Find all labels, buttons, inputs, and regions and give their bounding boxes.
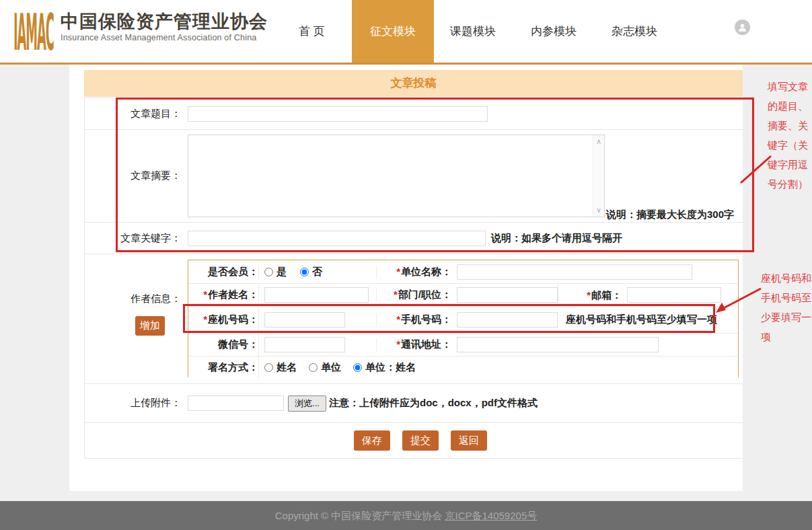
person-icon (737, 22, 747, 32)
mobile-label: *手机号码： (376, 313, 451, 326)
nav-item-magazine-module[interactable]: 杂志模块 (607, 0, 662, 63)
signature-name-radio[interactable] (264, 363, 273, 372)
keywords-note: 说明：如果多个请用逗号隔开 (491, 232, 622, 245)
textarea-scrollbar[interactable]: ∧ ∨ (593, 135, 604, 217)
org-label: *单位名称： (376, 266, 451, 278)
tel-label: *座机号码： (188, 313, 258, 326)
keywords-label: 文章关键字： (85, 232, 181, 245)
address-input[interactable] (457, 337, 659, 352)
scroll-down-icon[interactable]: ∨ (596, 206, 601, 215)
wechat-address-row: 微信号： *通讯地址： (188, 334, 738, 356)
site-logo: IAMAC 中国保险资产管理业协会 Insurance Asset Manage… (13, 7, 268, 54)
phone-note: 座机号码和手机号码至少填写一项 (566, 313, 717, 326)
abstract-textarea-wrap: ∧ ∨ (188, 135, 605, 217)
member-yes-option[interactable]: 是 (264, 266, 287, 278)
dept-input[interactable] (457, 287, 558, 303)
email-label: *邮箱： (558, 284, 622, 306)
keywords-row: 文章关键字： 说明：如果多个请用逗号隔开 (85, 223, 743, 254)
member-radio-group: 是 否 (258, 266, 376, 278)
author-info-row: 作者信息： 增加 是否会员： 是 否 (85, 254, 743, 384)
article-title-input[interactable] (188, 106, 488, 122)
content-panel: 文章投稿 文章题目： 文章摘要： ∧ ∨ (69, 65, 743, 491)
user-avatar-icon[interactable] (735, 20, 750, 35)
address-label: *通讯地址： (376, 338, 451, 351)
annotation-note-phone: 座机号码和手机号码至少要填写一项 (761, 268, 812, 346)
upload-row: 上传附件： 浏览... 注意：上传附件应为doc，docx，pdf文件格式 (85, 384, 743, 423)
abstract-textarea[interactable] (188, 135, 593, 217)
nav-item-home[interactable]: 首 页 (293, 0, 330, 63)
annotation-note-article-fields: 填写文章的题目、摘要、关键字（关键字用逗号分割） (768, 77, 811, 194)
author-info-label: 作者信息： (131, 293, 181, 305)
main-area: 文章投稿 文章题目： 文章摘要： ∧ ∨ (0, 65, 812, 501)
signature-org-name-option[interactable]: 单位：姓名 (353, 361, 416, 374)
actions-row: 保存 提交 返回 (85, 423, 743, 459)
abstract-label: 文章摘要： (85, 169, 181, 182)
save-button[interactable]: 保存 (354, 430, 390, 451)
author-name-input[interactable] (264, 287, 369, 303)
name-dept-email-row: *作者姓名： *部门/职位： *邮箱： (188, 284, 738, 307)
browse-button[interactable]: 浏览... (288, 395, 326, 412)
footer: Copyright © 中国保险资产管理业协会 京ICP备14059205号 (0, 501, 812, 530)
logo-monogram-icon: IAMAC (13, 7, 51, 54)
upload-note: 注意：上传附件应为doc，docx，pdf文件格式 (329, 397, 538, 410)
signature-org-name-radio[interactable] (353, 363, 362, 372)
dept-label: *部门/职位： (376, 289, 451, 301)
submission-form: 文章题目： 文章摘要： ∧ ∨ 说明：摘要最大长度为300字 (84, 98, 743, 459)
member-no-option[interactable]: 否 (300, 266, 322, 278)
page-title: 文章投稿 (84, 70, 743, 97)
abstract-note: 说明：摘要最大长度为300字 (606, 209, 734, 221)
nav-item-essay-module[interactable]: 征文模块 (352, 0, 434, 63)
signature-org-radio[interactable] (309, 363, 318, 372)
org-input[interactable] (457, 264, 692, 280)
site-subtitle: Insurance Asset Management Association o… (61, 33, 268, 42)
wechat-label: 微信号： (188, 338, 258, 351)
article-title-row: 文章题目： (85, 98, 743, 130)
mobile-input[interactable] (457, 312, 558, 328)
upload-file-field[interactable] (188, 395, 284, 411)
author-info-table: 是否会员： 是 否 *单位名称： (188, 260, 739, 377)
member-no-radio[interactable] (300, 268, 309, 276)
signature-org-option[interactable]: 单位 (309, 361, 341, 374)
member-label: 是否会员： (188, 266, 258, 278)
site-title: 中国保险资产管理业协会 (61, 11, 268, 32)
back-button[interactable]: 返回 (451, 430, 487, 451)
email-input[interactable] (627, 287, 721, 303)
member-yes-radio[interactable] (264, 268, 273, 276)
nav-item-reference-module[interactable]: 内参模块 (526, 0, 581, 63)
abstract-row: 文章摘要： ∧ ∨ 说明：摘要最大长度为300字 (85, 130, 743, 223)
nav-item-topic-module[interactable]: 课题模块 (445, 0, 501, 63)
signature-radio-group: 姓名 单位 单位：姓名 (258, 356, 738, 378)
submit-button[interactable]: 提交 (402, 430, 439, 451)
logo-text: 中国保险资产管理业协会 Insurance Asset Management A… (61, 7, 268, 42)
icp-link[interactable]: 京ICP备14059205号 (445, 510, 538, 521)
wechat-input[interactable] (264, 337, 345, 352)
article-title-label: 文章题目： (85, 108, 181, 120)
copyright-text: Copyright © 中国保险资产管理业协会 (275, 510, 443, 521)
member-org-row: 是否会员： 是 否 *单位名称： (188, 260, 738, 284)
phone-row: *座机号码： *手机号码： 座机号码和手机号码至少填写一项 (188, 307, 738, 334)
author-name-label: *作者姓名： (188, 289, 258, 301)
keywords-input[interactable] (188, 231, 486, 246)
add-author-button[interactable]: 增加 (135, 316, 165, 336)
header: IAMAC 中国保险资产管理业协会 Insurance Asset Manage… (0, 0, 812, 63)
signature-name-option[interactable]: 姓名 (264, 361, 297, 374)
upload-label: 上传附件： (85, 397, 181, 410)
signature-label: 署名方式： (188, 361, 258, 374)
tel-input[interactable] (264, 312, 345, 328)
scroll-up-icon[interactable]: ∧ (596, 137, 601, 146)
signature-row: 署名方式： 姓名 单位 单 (188, 356, 738, 378)
